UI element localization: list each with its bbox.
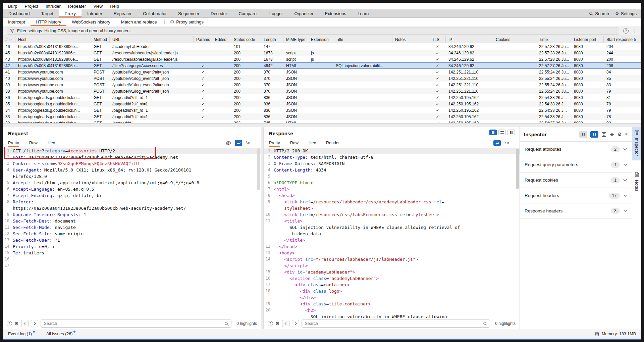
inspector-layout-side-button[interactable] [579,131,587,138]
vertical-splitter[interactable] [261,127,264,329]
column-header-edited[interactable]: Edited [212,36,231,43]
soft-wrap-toggle[interactable] [235,140,242,146]
column-header-status[interactable]: Status code [231,36,261,43]
tab-dashboard[interactable]: Dashboard [3,9,36,17]
column-header-notes[interactable]: Notes [392,36,429,43]
side-tab-notes[interactable]: Notes [632,169,641,196]
tab-extensions[interactable]: Extensions [319,9,352,17]
inspector-section-request-cookies[interactable]: Request cookies1 [520,172,632,188]
layout-columns-button[interactable] [489,130,497,135]
column-header-tls[interactable]: TLS [429,36,446,43]
request-tab-hex[interactable]: Hex [48,139,55,147]
horizontal-splitter[interactable] [3,123,641,127]
request-scrollbar[interactable] [257,148,260,190]
tab-learn[interactable]: Learn [352,9,374,17]
inspector-layout-overlay-button[interactable] [590,131,598,138]
help-icon[interactable]: ? [7,321,12,326]
table-row[interactable]: 38https://www.youtube.comPOST/youtubei/v… [3,88,641,94]
table-row[interactable]: 46https://0a2c008a04131923806e...GET/aca… [3,43,641,50]
expand-all-icon[interactable] [601,132,606,137]
newline-toggle[interactable]: \n [504,141,509,145]
menu-view[interactable]: View [93,4,103,9]
next-match-button[interactable] [292,320,299,327]
table-row[interactable]: 35https://googleads.g.doubleclick.n...GE… [3,101,641,107]
response-search-input[interactable] [302,320,490,328]
table-row[interactable]: 41https://www.youtube.comPOST/youtubei/v… [3,69,641,75]
request-tab-raw[interactable]: Raw [29,139,38,147]
help-icon[interactable]: ? [268,321,273,326]
all-issues-button[interactable]: All issues (26) [46,332,76,336]
table-row[interactable]: 40https://www.youtube.comPOST/youtubei/v… [3,75,641,82]
request-editor[interactable]: 1GET /filter?category=Accessories HTTP/2… [3,147,261,318]
tab-proxy[interactable]: Proxy [59,9,82,17]
tab-intruder[interactable]: Intruder [82,9,108,17]
side-tab-inspector[interactable]: Inspector [632,127,641,160]
column-header-host[interactable]: Host [15,36,91,43]
menu-help[interactable]: Help [110,4,119,9]
subtab-intercept[interactable]: Intercept [3,18,31,26]
layout-tabs-button[interactable] [507,130,515,135]
tab-target[interactable]: Target [36,9,59,17]
table-row[interactable]: 32https://googleads.g.doubleclick.n...GE… [3,120,641,123]
subtab-websockets-history[interactable]: WebSockets history [66,18,116,26]
next-match-button[interactable] [31,320,38,327]
editor-menu-icon[interactable]: ≡ [513,140,516,146]
editor-menu-icon[interactable]: ≡ [254,140,257,146]
table-row[interactable]: 39https://www.youtube.comPOST/youtubei/v… [3,82,641,88]
column-header-cookies[interactable]: Cookies [493,36,536,43]
response-editor[interactable]: 1HTTP/2 200 OK2Content-Type: text/html; … [264,147,520,318]
close-icon[interactable]: × [625,131,628,137]
tab-sequencer[interactable]: Sequencer [172,9,205,17]
inspector-section-request-attributes[interactable]: Request attributes2 [520,141,632,157]
tab-decoder[interactable]: Decoder [205,9,233,17]
tab-organizer[interactable]: Organizer [288,9,319,17]
menu-repeater[interactable]: Repeater [68,4,86,9]
subtab-match-and-replace[interactable]: Match and replace [116,18,162,26]
column-header-method[interactable]: Method [91,36,110,43]
column-header-num[interactable]: # [3,36,15,43]
collapse-all-icon[interactable] [609,132,614,137]
column-header-port[interactable]: Listener port [571,36,604,43]
response-tab-hex[interactable]: Hex [309,139,316,147]
menu-project[interactable]: Project [24,4,38,9]
response-tab-render[interactable]: Render [326,139,340,147]
search-button[interactable]: Search [589,11,609,16]
request-search-input[interactable] [41,320,232,328]
menu-intruder[interactable]: Intruder [46,4,61,9]
column-header-title[interactable]: Title [333,36,392,43]
inspector-section-request-headers[interactable]: Request headers17 [520,188,632,203]
soft-wrap-toggle[interactable] [493,140,501,146]
more-options-icon[interactable]: ⋮ [633,28,637,34]
gear-icon[interactable]: ⚙ [14,321,19,326]
event-log-button[interactable]: Event log (1) [8,332,35,336]
column-header-time[interactable]: Time [536,36,571,43]
help-icon[interactable]: ? [623,28,629,34]
response-tab-raw[interactable]: Raw [290,139,299,147]
table-row[interactable]: 45https://0a2c008a04131923806e...GET/res… [3,50,641,56]
subtab-http-history[interactable]: HTTP history [31,18,67,26]
hide-nonprintable-icon[interactable] [226,141,231,145]
column-header-ext[interactable]: Extension [308,36,333,43]
previous-match-button[interactable] [282,320,289,327]
tab-proxy-settings[interactable]: ⚙ Proxy settings [167,18,207,26]
layout-rows-button[interactable] [498,130,506,135]
settings-button[interactable]: ⚙ Settings [615,11,637,16]
previous-match-button[interactable] [21,320,29,327]
inspector-section-request-query-parameters[interactable]: Request query parameters1 [520,157,632,172]
table-row[interactable]: 34https://googleads.g.doubleclick.n...GE… [3,107,641,113]
response-scrollbar[interactable] [516,149,519,189]
gear-icon[interactable]: ⚙ [618,132,622,137]
tab-comparer[interactable]: Comparer [233,9,264,17]
table-row[interactable]: 33https://googleads.g.doubleclick.n...GE… [3,113,641,120]
table-row[interactable]: 42https://0a2c008a04131923806e...GET/fil… [3,62,641,69]
column-header-url[interactable]: URL [110,36,194,43]
column-header-length[interactable]: Length [261,36,283,43]
table-row[interactable]: 36https://googleads.g.doubleclick.n...GE… [3,94,641,101]
tab-repeater[interactable]: Repeater [108,9,137,17]
table-row[interactable]: 43https://0a2c008a04131923806e...GET/res… [3,56,641,62]
tab-logger[interactable]: Logger [264,9,288,17]
column-header-start[interactable]: Start response ti [604,36,641,43]
menu-burp[interactable]: Burp [8,4,17,9]
column-header-ip[interactable]: IP [446,36,493,43]
column-header-mime[interactable]: MIME type [283,36,308,43]
